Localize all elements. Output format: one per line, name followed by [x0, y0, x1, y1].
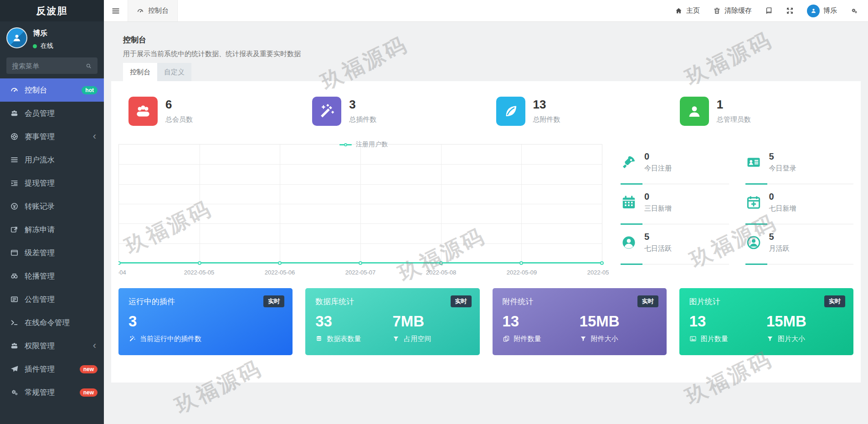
home-link[interactable]: 主页: [675, 6, 700, 15]
card-title: 数据库统计: [315, 297, 354, 306]
user-icon: [11, 32, 22, 43]
sidebar-item-label: 公告管理: [25, 295, 55, 305]
image-icon: [689, 335, 697, 342]
search-input[interactable]: [12, 62, 82, 70]
legend-label: 注册用户数: [356, 140, 388, 149]
user-circle-icon: [621, 234, 637, 251]
sidebar-item-command[interactable]: 在线命令管理: [0, 311, 104, 334]
stat-label: 总会员数: [165, 115, 193, 124]
sidebar-item-auth[interactable]: 权限管理 ‹: [0, 334, 104, 357]
settings-button[interactable]: [850, 7, 858, 15]
card-metric-value: 7MB: [392, 314, 469, 330]
stat-label: 总管理员数: [717, 115, 751, 124]
leaf-icon: [502, 103, 519, 120]
auth-icon: [9, 341, 20, 350]
online-dot: [33, 44, 37, 48]
sidebar-item-carousel[interactable]: 轮播管理: [0, 264, 104, 288]
user-circle-outline-icon: [745, 234, 762, 251]
sidebar-item-notice[interactable]: 公告管理: [0, 288, 104, 311]
user-menu[interactable]: 博乐: [807, 5, 837, 17]
sidebar-item-dashboard[interactable]: 控制台 hot: [0, 78, 104, 102]
topbar-tab-label: 控制台: [148, 6, 169, 15]
filter-icon: [766, 335, 774, 342]
tab-dashboard[interactable]: 控制台: [123, 63, 157, 81]
mini-stat-label: 三日新增: [644, 204, 672, 213]
topbar: 控制台 主页 清除缓存 博乐: [104, 0, 868, 22]
sidebar-item-matches[interactable]: 赛事管理 ‹: [0, 125, 104, 148]
sidebar-item-general[interactable]: 常规管理 new: [0, 381, 104, 404]
user-name: 博乐: [33, 29, 53, 38]
withdraw-icon: [9, 179, 20, 187]
sidebar-item-addon[interactable]: 插件管理 new: [0, 357, 104, 381]
search-icon[interactable]: [85, 62, 92, 69]
summary-card-1: 数据库统计 实时 33 数据表数量 7MB 占用空间: [305, 288, 479, 355]
calendar-icon: [621, 194, 637, 211]
chevron-left-icon: ‹: [93, 131, 96, 141]
unfreeze-icon: [9, 225, 20, 234]
mini-stat-label: 七日活跃: [644, 244, 672, 253]
card-title: 附件统计: [503, 297, 534, 306]
realtime-badge: 实时: [451, 295, 472, 307]
wand-icon: [128, 335, 136, 342]
dashboard-panel: 6 总会员数 3 总插件数 13 总附件数: [111, 81, 861, 383]
mini-stat-3day-new: 0 三日新增: [621, 184, 729, 224]
clear-cache-label: 清除缓存: [724, 6, 752, 15]
card-metric-label: 图片数量: [701, 335, 728, 343]
mini-stat-value: 0: [644, 151, 672, 162]
stat-value: 1: [717, 98, 751, 111]
mini-stat-value: 5: [644, 232, 672, 242]
sidebar-item-level[interactable]: 级差管理: [0, 241, 104, 264]
avatar: [6, 27, 27, 48]
stat-total-addons: 3 总插件数: [302, 93, 486, 129]
hot-badge: hot: [82, 86, 98, 94]
sidebar-item-members[interactable]: 会员管理: [0, 102, 104, 125]
stat-icon-box-0: [128, 97, 158, 126]
stat-label: 总插件数: [349, 115, 376, 124]
sidebar-item-label: 控制台: [25, 85, 47, 95]
sidebar-menu: 控制台 hot 会员管理 赛事管理 ‹ 用户流水 提现管理 转账记录 解冻申请: [0, 78, 104, 404]
menu-toggle-icon[interactable]: [104, 6, 128, 16]
mini-stat-label: 月活跃: [769, 244, 790, 253]
card-metric-value: 15MB: [580, 314, 657, 330]
sidebar-item-unfreeze[interactable]: 解冻申请: [0, 218, 104, 241]
stat-total-members: 6 总会员数: [118, 93, 302, 129]
card-metric-label: 附件数量: [514, 335, 541, 343]
mini-stat-7day-new: 0 七日新增: [745, 184, 854, 224]
sidebar-item-transfer[interactable]: 转账记录: [0, 195, 104, 218]
tab-custom[interactable]: 自定义: [157, 63, 191, 81]
sidebar-item-label: 插件管理: [25, 364, 55, 374]
fullscreen-button[interactable]: [786, 7, 794, 15]
topbar-tab-dashboard[interactable]: 控制台: [128, 0, 178, 21]
stat-icon-box-2: [496, 97, 525, 126]
database-icon: [315, 335, 323, 342]
legend-line: [347, 144, 352, 145]
sidebar-item-label: 级差管理: [25, 248, 55, 258]
card-metric-label: 占用空间: [404, 335, 431, 343]
realtime-badge: 实时: [637, 295, 658, 307]
sidebar-item-user-flow[interactable]: 用户流水: [0, 148, 104, 171]
chart-legend[interactable]: 注册用户数: [118, 140, 609, 149]
page-title: 控制台: [123, 35, 301, 45]
app-logo[interactable]: 反波胆: [0, 0, 104, 21]
menu-search: [6, 57, 98, 74]
mini-stat-label: 七日新增: [769, 204, 796, 213]
docs-button[interactable]: [765, 7, 773, 15]
copy-icon: [503, 335, 510, 342]
card-title: 运行中的插件: [128, 297, 175, 306]
transfer-icon: [9, 202, 20, 211]
notice-icon: [9, 295, 20, 304]
chart-plot-area: [118, 144, 602, 264]
stat-value: 6: [165, 98, 193, 111]
card-metric-label: 数据表数量: [327, 335, 361, 343]
calendar-plus-icon: [745, 194, 762, 211]
trash-icon: [713, 7, 721, 15]
home-icon: [675, 7, 683, 15]
clear-cache-button[interactable]: 清除缓存: [713, 6, 752, 15]
sidebar-item-withdraw[interactable]: 提现管理: [0, 171, 104, 195]
new-badge: new: [80, 388, 98, 397]
summary-cards-row: 运行中的插件 实时 3 当前运行中的插件数 数据库统计 实时: [118, 288, 853, 355]
chart-x-axis: 05-042022-05-052022-05-062022-05-072022-…: [118, 266, 602, 278]
matches-icon: [9, 132, 20, 141]
realtime-badge: 实时: [824, 295, 845, 307]
topbar-username: 博乐: [823, 6, 837, 15]
